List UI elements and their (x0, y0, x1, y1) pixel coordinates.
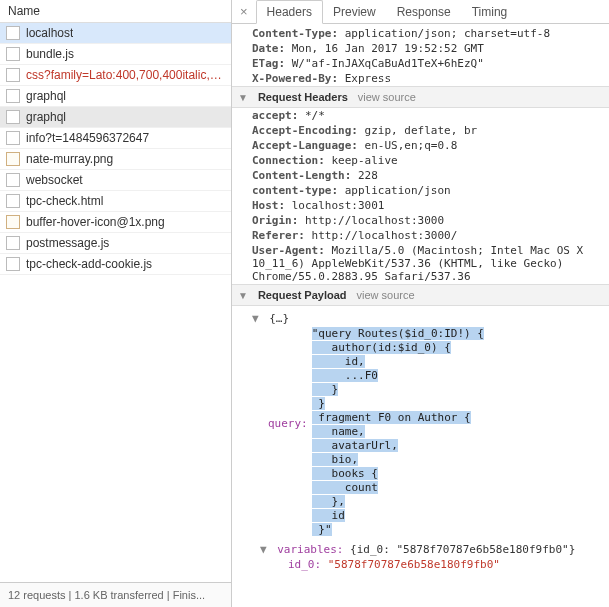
file-icon (6, 89, 20, 103)
variable-entry: id_0: "5878f70787e6b58e180f9fb0" (288, 556, 609, 571)
header-row: Accept-Language: en-US,en;q=0.8 (232, 138, 609, 153)
variables-row[interactable]: ▼ variables: {id_0: "5878f70787e6b58e180… (260, 537, 609, 556)
triangle-down-icon: ▼ (238, 92, 248, 103)
request-headers-section[interactable]: ▼ Request Headers view source (232, 86, 609, 108)
payload-root-toggle[interactable]: ▼ {…} (252, 310, 609, 327)
image-file-icon (6, 215, 20, 229)
file-name: buffer-hover-icon@1x.png (26, 215, 165, 229)
file-list: localhostbundle.jscss?family=Lato:400,70… (0, 23, 231, 582)
file-icon (6, 26, 20, 40)
close-icon[interactable]: × (232, 0, 256, 23)
header-row: Content-Type: application/json; charset=… (232, 26, 609, 41)
file-row[interactable]: css?family=Lato:400,700,400italic,700... (0, 65, 231, 86)
detail-body: Content-Type: application/json; charset=… (232, 24, 609, 607)
header-row: User-Agent: Mozilla/5.0 (Macintosh; Inte… (232, 243, 609, 284)
view-source-link[interactable]: view source (357, 289, 415, 301)
section-title: Request Headers (258, 91, 348, 103)
file-row[interactable]: bundle.js (0, 44, 231, 65)
file-row[interactable]: nate-murray.png (0, 149, 231, 170)
file-row[interactable]: buffer-hover-icon@1x.png (0, 212, 231, 233)
file-icon (6, 68, 20, 82)
file-row[interactable]: postmessage.js (0, 233, 231, 254)
tab-timing[interactable]: Timing (462, 1, 519, 23)
status-bar: 12 requests | 1.6 KB transferred | Finis… (0, 582, 231, 607)
file-row[interactable]: websocket (0, 170, 231, 191)
file-name: css?family=Lato:400,700,400italic,700... (26, 68, 225, 82)
file-icon (6, 257, 20, 271)
file-name: localhost (26, 26, 73, 40)
header-row: accept: */* (232, 108, 609, 123)
request-payload-section[interactable]: ▼ Request Payload view source (232, 284, 609, 306)
query-key: query: (268, 327, 308, 430)
triangle-down-icon: ▼ (238, 290, 248, 301)
file-row[interactable]: graphql (0, 86, 231, 107)
name-column-header[interactable]: Name (0, 0, 231, 23)
file-name: websocket (26, 173, 83, 187)
view-source-link[interactable]: view source (358, 91, 416, 103)
tab-response[interactable]: Response (387, 1, 462, 23)
file-name: tpc-check.html (26, 194, 103, 208)
header-row: Accept-Encoding: gzip, deflate, br (232, 123, 609, 138)
triangle-down-icon: ▼ (252, 312, 259, 325)
header-row: ETag: W/"af-InJAXqCaBuAd1TeX+6hEzQ" (232, 56, 609, 71)
detail-panel: × HeadersPreviewResponseTiming Content-T… (232, 0, 609, 607)
header-row: Host: localhost:3001 (232, 198, 609, 213)
file-name: graphql (26, 110, 66, 124)
detail-tabs: × HeadersPreviewResponseTiming (232, 0, 609, 24)
header-row: Referer: http://localhost:3000/ (232, 228, 609, 243)
file-icon (6, 173, 20, 187)
file-row[interactable]: tpc-check-add-cookie.js (0, 254, 231, 275)
file-icon (6, 47, 20, 61)
file-row[interactable]: info?t=1484596372647 (0, 128, 231, 149)
image-file-icon (6, 152, 20, 166)
triangle-down-icon: ▼ (260, 543, 267, 556)
file-icon (6, 110, 20, 124)
file-icon (6, 236, 20, 250)
file-name: postmessage.js (26, 236, 109, 250)
file-name: graphql (26, 89, 66, 103)
file-name: bundle.js (26, 47, 74, 61)
file-name: nate-murray.png (26, 152, 113, 166)
file-name: tpc-check-add-cookie.js (26, 257, 152, 271)
file-icon (6, 131, 20, 145)
file-name: info?t=1484596372647 (26, 131, 149, 145)
tab-preview[interactable]: Preview (323, 1, 387, 23)
header-row: content-type: application/json (232, 183, 609, 198)
header-row: Connection: keep-alive (232, 153, 609, 168)
file-row[interactable]: localhost (0, 23, 231, 44)
file-icon (6, 194, 20, 208)
section-title: Request Payload (258, 289, 347, 301)
file-row[interactable]: graphql (0, 107, 231, 128)
query-value[interactable]: "query Routes($id_0:ID!) { author(id:$id… (312, 327, 484, 537)
header-row: Origin: http://localhost:3000 (232, 213, 609, 228)
network-file-panel: Name localhostbundle.jscss?family=Lato:4… (0, 0, 232, 607)
header-row: X-Powered-By: Express (232, 71, 609, 86)
tab-headers[interactable]: Headers (256, 0, 323, 24)
header-row: Date: Mon, 16 Jan 2017 19:52:52 GMT (232, 41, 609, 56)
header-row: Content-Length: 228 (232, 168, 609, 183)
file-row[interactable]: tpc-check.html (0, 191, 231, 212)
